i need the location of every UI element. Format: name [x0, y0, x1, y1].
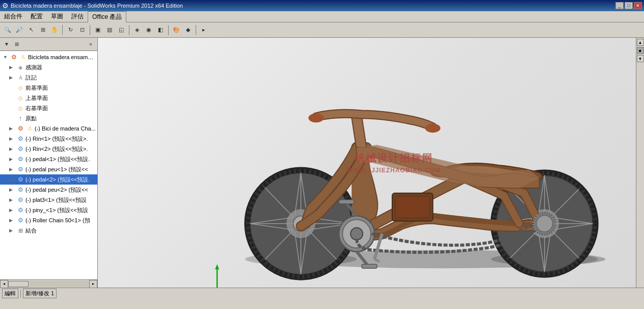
scroll-right-button[interactable]: ▸	[89, 280, 97, 288]
pedal-2	[362, 264, 377, 268]
view-std-group: ▣ ▤ ◱	[92, 24, 127, 36]
tree-label-chain: (-) Roller Chain 50<1> (預	[25, 216, 90, 225]
tree-item-plat3[interactable]: ▶ ⚙ (-) plat3<1> (預設<<預設	[0, 195, 97, 205]
tree-item-pedal1[interactable]: ▶ ⚙ (-) pedal<1> (預設<<預設.	[0, 154, 97, 164]
tree-item-root[interactable]: ▼ ⚙ ⚠ Bicicleta madera ensambl...	[0, 52, 97, 62]
tree-expand-rin2[interactable]: ▶	[9, 144, 16, 153]
area-zoom-button[interactable]: ⊞	[37, 24, 48, 36]
render-button[interactable]: ◆	[182, 24, 194, 36]
sidebar-scrollbar[interactable]: ◂ ▸	[0, 279, 97, 288]
rotate-button[interactable]: ↻	[65, 24, 76, 36]
component-icon-rin2: ⚙	[16, 145, 24, 153]
tree-expand-chassis[interactable]: ▶	[9, 124, 16, 133]
tree-expand-peu2[interactable]: ▶	[9, 185, 16, 194]
3d-viewport[interactable]: X 机械设计招标网 WWW.JJJIEZHAOBIAO.COM	[98, 38, 636, 288]
tree-expand-chain[interactable]: ▶	[9, 216, 16, 225]
minimize-button[interactable]: _	[615, 2, 624, 9]
zoom-in-button[interactable]: 🔍	[2, 24, 13, 36]
tree-expand-plat3[interactable]: ▶	[9, 195, 16, 204]
component-icon-peu1: ⚙	[16, 165, 24, 173]
tree-item-pedal-peu1[interactable]: ▶ ⚙ (-) pedal peu<1> (預設<<	[0, 164, 97, 174]
status-sep-1	[20, 290, 21, 298]
display-style-button[interactable]: ◈	[131, 24, 143, 36]
status-edit-mode: 編輯	[2, 289, 18, 298]
tree-label-rin2: (-) Rin<2> (預設<<預設>.	[25, 144, 88, 153]
annotation-icon: Ａ	[16, 73, 24, 82]
hide-show-button[interactable]: ◉	[143, 24, 154, 36]
feature-tree-panel: ▼ ⊞ » ▼ ⚙ ⚠ Bicicleta madera ensambl... …	[0, 38, 98, 288]
toolbar-sep-5	[196, 25, 196, 35]
tree-label-piny1: (-) piny_<1> (預設<<預設	[25, 205, 88, 215]
view-iso-button[interactable]: ◱	[116, 24, 127, 36]
title-bar-text: ⚙ Bicicleta madera ensamblaje - SolidWor…	[2, 2, 183, 10]
tree-item-rin2[interactable]: ▶ ⚙ (-) Rin<2> (預設<<預設>.	[0, 144, 97, 154]
tree-expand-pedal2[interactable]: ▶	[9, 175, 16, 184]
sidebar-scroll-track[interactable]	[8, 281, 89, 287]
tree-item-rin1[interactable]: ▶ ⚙ (-) Rin<1> (預設<<預設>.	[0, 134, 97, 144]
tree-expand-rin1[interactable]: ▶	[9, 134, 16, 143]
right-btn-3[interactable]: ▼	[637, 55, 644, 62]
feature-tree[interactable]: ▼ ⚙ ⚠ Bicicleta madera ensambl... ▶ ◈ 感測…	[0, 51, 97, 279]
tree-label-right-plane: 右基準面	[25, 104, 48, 113]
tree-item-piny1[interactable]: ▶ ⚙ (-) piny_<1> (預設<<預設	[0, 205, 97, 215]
pan-button[interactable]: ✋	[49, 24, 60, 36]
menu-office[interactable]: Office 產品	[88, 11, 126, 22]
scroll-left-button[interactable]: ◂	[0, 280, 8, 288]
component-icon-chassis: ⚙	[16, 124, 24, 133]
color-button[interactable]: 🎨	[171, 24, 182, 36]
select-button[interactable]: ↖	[25, 24, 37, 36]
component-icon-peu2: ⚙	[16, 186, 24, 194]
expand-all-button[interactable]: ⊞	[12, 40, 21, 49]
view-front-button[interactable]: ▣	[92, 24, 103, 36]
sidebar-expand-button[interactable]: »	[86, 40, 95, 49]
right-btn-1[interactable]: ▲	[637, 39, 644, 46]
tree-expand-piny1[interactable]: ▶	[9, 205, 16, 215]
maximize-button[interactable]: □	[625, 2, 633, 9]
tree-label-chassis: (-) Bici de madera Cha...	[35, 124, 96, 133]
tree-expand-sensors[interactable]: ▶	[9, 63, 16, 72]
toolbar-sep-3	[129, 25, 129, 35]
component-icon-pedal1: ⚙	[16, 155, 24, 163]
section-view-button[interactable]: ◧	[155, 24, 166, 36]
menu-evaluate[interactable]: 評估	[67, 11, 88, 22]
extra-group: ▸	[198, 24, 209, 36]
view-orient-button[interactable]: ⊡	[76, 24, 88, 36]
app-icon: ⚙	[2, 2, 9, 10]
sidebar-scroll-thumb[interactable]	[8, 281, 29, 287]
tree-item-top-plane[interactable]: ◇ 上基準面	[0, 93, 97, 103]
tree-expand-join[interactable]: ▶	[9, 226, 16, 235]
tree-expand-peu1[interactable]: ▶	[9, 165, 16, 174]
tree-item-pedal2[interactable]: ▶ ⚙ (-) pedal<2> (預設<<預設.	[0, 174, 97, 185]
filter-button[interactable]: ▼	[2, 40, 11, 49]
tree-item-origin[interactable]: ↑ 原點	[0, 113, 97, 123]
tree-expand-pedal1[interactable]: ▶	[9, 154, 16, 164]
tree-item-annotations[interactable]: ▶ Ａ 註記	[0, 72, 97, 83]
toolbar-sep-2	[90, 25, 90, 35]
menu-assembly[interactable]: 組合件	[0, 11, 26, 22]
extra-btn-1[interactable]: ▸	[198, 24, 209, 36]
tree-expand-root[interactable]: ▼	[3, 53, 10, 62]
tree-item-roller-chain[interactable]: ▶ ⚙ (-) Roller Chain 50<1> (預	[0, 215, 97, 225]
zoom-out-button[interactable]: 🔎	[14, 24, 25, 36]
pedal-1	[339, 200, 354, 204]
tree-item-right-plane[interactable]: ◇ 右基準面	[0, 103, 97, 113]
tree-expand-annotations[interactable]: ▶	[9, 73, 16, 82]
join-icon: ⊞	[16, 226, 24, 235]
close-button[interactable]: ✕	[634, 2, 642, 9]
tree-item-front-plane[interactable]: ◇ 前基準面	[0, 83, 97, 93]
component-icon-chain: ⚙	[16, 216, 24, 224]
tree-item-join[interactable]: ▶ ⊞ 結合	[0, 225, 97, 236]
title-bar: ⚙ Bicicleta madera ensamblaje - SolidWor…	[0, 0, 644, 11]
coordinate-axes: X	[215, 264, 246, 288]
title-bar-buttons: _ □ ✕	[615, 2, 642, 9]
menu-config[interactable]: 配置	[26, 11, 47, 22]
origin-icon: ↑	[16, 114, 24, 122]
menu-bar: 組合件 配置 草圖 評估 Office 產品	[0, 11, 644, 22]
tree-item-bici-chassis[interactable]: ▶ ⚙ ⚠ (-) Bici de madera Cha...	[0, 123, 97, 134]
view-right-button[interactable]: ▤	[104, 24, 115, 36]
tree-item-sensors[interactable]: ▶ ◈ 感測器	[0, 62, 97, 72]
tree-label-front-plane: 前基準面	[25, 83, 48, 92]
menu-sketch[interactable]: 草圖	[47, 11, 67, 22]
tree-item-pedal-peu2[interactable]: ▶ ⚙ (-) pedal peu<2> (預設<<	[0, 185, 97, 195]
right-btn-2[interactable]: ■	[637, 47, 644, 54]
